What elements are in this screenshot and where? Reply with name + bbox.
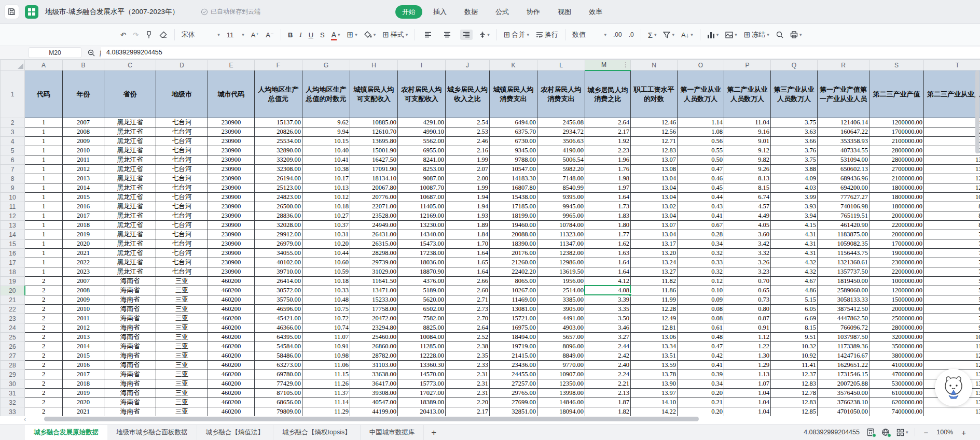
insert-image-button[interactable]: ▾ <box>725 32 737 38</box>
cell[interactable]: 31029.00 <box>350 267 398 277</box>
cell[interactable]: 21415.00 <box>490 351 537 361</box>
cell[interactable]: 2.00 <box>446 174 490 183</box>
cell[interactable]: 25534.00 <box>255 137 302 146</box>
cell[interactable]: 9.12 <box>724 146 771 155</box>
cell[interactable]: 44199.00 <box>350 407 398 417</box>
cell[interactable]: 1.30 <box>724 351 771 361</box>
cell[interactable]: 12.78 <box>771 389 818 398</box>
cell[interactable]: 黑龙江省 <box>104 211 156 221</box>
cell[interactable]: 12.67 <box>924 137 980 146</box>
cell[interactable]: 1.65 <box>446 258 490 267</box>
cell[interactable]: 12228.00 <box>398 351 446 361</box>
cell[interactable]: 230900 <box>208 137 255 146</box>
cell[interactable]: 2 <box>25 361 63 370</box>
cell[interactable]: 28782.00 <box>350 351 398 361</box>
cell[interactable]: 10.98 <box>302 351 350 361</box>
cell[interactable]: 8253.00 <box>398 165 446 174</box>
cell[interactable]: 28298.00 <box>350 249 398 258</box>
cell[interactable]: 2014 <box>63 183 104 193</box>
cell[interactable]: 7148.00 <box>537 174 585 183</box>
cell[interactable]: 12169.00 <box>398 211 446 221</box>
cell[interactable]: 0.91 <box>724 323 771 333</box>
cell[interactable]: 0.12 <box>678 277 724 286</box>
cell[interactable]: 三亚 <box>156 361 208 370</box>
cell[interactable]: 230900 <box>208 155 255 165</box>
sort-button[interactable]: A↓▾ <box>681 31 693 39</box>
cell[interactable]: 2000000.00 <box>869 305 924 314</box>
cell[interactable]: 29765.00 <box>490 389 537 398</box>
cell[interactable]: 2 <box>25 295 63 305</box>
row-number[interactable]: 4 <box>1 137 25 146</box>
cell[interactable]: 0.48 <box>678 333 724 342</box>
italic-button[interactable]: I <box>299 31 301 39</box>
cell[interactable]: 4.12 <box>585 277 631 286</box>
cell[interactable]: 3058133.33 <box>818 295 869 305</box>
cell[interactable]: 1.64 <box>446 267 490 277</box>
cell[interactable]: 3800000.00 <box>869 351 924 361</box>
vertical-scrollbar-thumb[interactable] <box>975 70 979 153</box>
cell[interactable]: 18134.10 <box>350 174 398 183</box>
row-number[interactable]: 26 <box>1 342 25 351</box>
cell[interactable]: 26500.00 <box>255 202 302 211</box>
cell[interactable]: 0.46 <box>678 174 724 183</box>
menu-tab-效率[interactable]: 效率 <box>582 5 609 19</box>
cell[interactable]: 2 <box>25 314 63 323</box>
cell[interactable]: 3.76 <box>771 146 818 155</box>
cell[interactable]: 13.06 <box>631 333 678 342</box>
cell[interactable]: 460200 <box>208 379 255 389</box>
cell[interactable]: 海南省 <box>104 277 156 286</box>
spreadsheet-app-logo-icon[interactable] <box>25 5 38 19</box>
cell[interactable]: 0.45 <box>678 183 724 193</box>
cell[interactable]: 1 <box>25 211 63 221</box>
cell[interactable]: 5006.54 <box>537 155 585 165</box>
cell[interactable]: 39710.00 <box>255 267 302 277</box>
cell[interactable]: 2015 <box>63 193 104 202</box>
cell[interactable]: 2200000.00 <box>869 267 924 277</box>
cell[interactable]: 12382.00 <box>537 249 585 258</box>
cell[interactable]: 海南省 <box>104 305 156 314</box>
row-number[interactable]: 27 <box>1 351 25 361</box>
cell[interactable]: 121406.14 <box>818 118 869 127</box>
cell[interactable]: 0.21 <box>678 398 724 407</box>
cell[interactable]: 13.07 <box>631 221 678 230</box>
cell[interactable]: 4903.00 <box>537 323 585 333</box>
cell[interactable]: 10687.00 <box>398 193 446 202</box>
cell[interactable]: 12.83 <box>771 398 818 407</box>
formula-input[interactable]: 4.08392999204455 <box>101 47 980 58</box>
cell[interactable]: 6502.00 <box>398 305 446 314</box>
cell[interactable]: 三亚 <box>156 370 208 379</box>
cell[interactable]: 1.94 <box>446 202 490 211</box>
cell[interactable]: 黑龙江省 <box>104 165 156 174</box>
row-number[interactable]: 13 <box>1 221 25 230</box>
cell[interactable]: 3.75 <box>771 155 818 165</box>
menu-tab-插入[interactable]: 插入 <box>426 5 453 19</box>
sheet-tab[interactable]: 城乡融合【熵权topsis】 <box>273 425 361 440</box>
cell[interactable]: 1800000.00 <box>869 193 924 202</box>
cell[interactable]: 18094.00 <box>537 407 585 417</box>
cell[interactable]: 20088.00 <box>490 230 537 239</box>
freeze-panes-button[interactable]: ⊞冻结▾ <box>744 30 769 39</box>
cell[interactable]: 2.31 <box>446 389 490 398</box>
merge-cells-button[interactable]: ⊞合并▾ <box>504 30 529 39</box>
cell[interactable]: 2200000.00 <box>869 221 924 230</box>
cell[interactable]: 3.66 <box>771 137 818 146</box>
cell[interactable]: 9.62 <box>302 118 350 127</box>
cell[interactable]: 28836.00 <box>255 211 302 221</box>
cell[interactable]: 1.83 <box>585 211 631 221</box>
cell[interactable]: 9395.00 <box>537 193 585 202</box>
cell[interactable]: 7.58 <box>924 258 980 267</box>
cell[interactable]: 2.16 <box>446 146 490 155</box>
cell[interactable]: 26979.00 <box>255 239 302 249</box>
cell[interactable]: 1.82 <box>585 407 631 417</box>
cell[interactable]: 1819450.00 <box>818 277 869 286</box>
filter-button[interactable]: ▾ <box>663 32 674 38</box>
cell[interactable]: 12350.00 <box>537 379 585 389</box>
cell[interactable]: 2 <box>25 342 63 351</box>
header-cell[interactable]: 农村居民人均可支配收入 <box>398 70 446 118</box>
cell[interactable]: 11.04 <box>724 118 771 127</box>
cell[interactable]: 14340.00 <box>398 230 446 239</box>
recalculate-button[interactable] <box>866 428 875 436</box>
cell[interactable]: 2500000.00 <box>869 314 924 323</box>
cell[interactable]: 三亚 <box>156 379 208 389</box>
cell[interactable]: 14183.30 <box>490 174 537 183</box>
